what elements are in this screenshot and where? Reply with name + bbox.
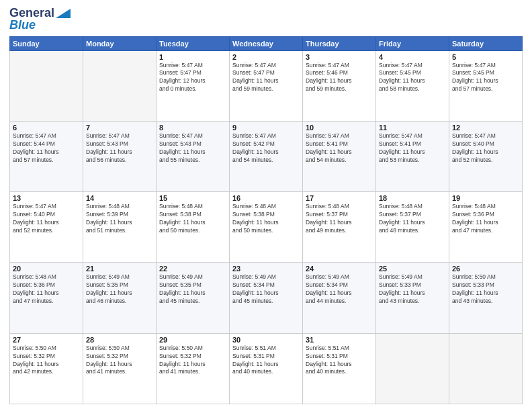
day-info: Sunrise: 5:47 AMSunset: 5:46 PMDaylight:… — [306, 62, 373, 94]
day-number: 11 — [379, 124, 446, 132]
calendar-week-row: 20Sunrise: 5:48 AMSunset: 5:36 PMDayligh… — [10, 263, 523, 333]
calendar-week-row: 13Sunrise: 5:47 AMSunset: 5:40 PMDayligh… — [10, 192, 523, 263]
calendar-cell: 14Sunrise: 5:48 AMSunset: 5:39 PMDayligh… — [83, 192, 157, 263]
day-number: 1 — [159, 53, 226, 61]
calendar-cell — [376, 333, 449, 404]
day-info: Sunrise: 5:49 AMSunset: 5:35 PMDaylight:… — [159, 273, 226, 306]
calendar-header-wednesday: Wednesday — [230, 36, 303, 50]
calendar-cell: 16Sunrise: 5:48 AMSunset: 5:38 PMDayligh… — [230, 192, 303, 263]
day-number: 23 — [232, 265, 300, 273]
day-info: Sunrise: 5:49 AMSunset: 5:33 PMDaylight:… — [379, 273, 446, 306]
day-number: 7 — [86, 124, 153, 132]
day-info: Sunrise: 5:49 AMSunset: 5:35 PMDaylight:… — [86, 273, 153, 306]
svg-marker-0 — [56, 9, 71, 18]
day-info: Sunrise: 5:50 AMSunset: 5:32 PMDaylight:… — [13, 345, 80, 377]
day-info: Sunrise: 5:47 AMSunset: 5:45 PMDaylight:… — [379, 62, 446, 94]
day-info: Sunrise: 5:47 AMSunset: 5:44 PMDaylight:… — [13, 132, 80, 165]
calendar-week-row: 6Sunrise: 5:47 AMSunset: 5:44 PMDaylight… — [10, 121, 523, 191]
day-number: 10 — [306, 124, 373, 132]
day-info: Sunrise: 5:48 AMSunset: 5:36 PMDaylight:… — [452, 203, 519, 235]
day-number: 4 — [379, 53, 446, 61]
calendar-header-tuesday: Tuesday — [157, 36, 230, 50]
day-number: 19 — [452, 194, 519, 202]
day-info: Sunrise: 5:47 AMSunset: 5:41 PMDaylight:… — [379, 132, 446, 165]
day-info: Sunrise: 5:47 AMSunset: 5:42 PMDaylight:… — [232, 132, 300, 165]
calendar-cell: 25Sunrise: 5:49 AMSunset: 5:33 PMDayligh… — [376, 263, 449, 333]
calendar-header-saturday: Saturday — [449, 36, 523, 50]
calendar-header-thursday: Thursday — [303, 36, 376, 50]
calendar-cell: 19Sunrise: 5:48 AMSunset: 5:36 PMDayligh… — [449, 192, 523, 263]
calendar-cell: 23Sunrise: 5:49 AMSunset: 5:34 PMDayligh… — [230, 263, 303, 333]
calendar-table: SundayMondayTuesdayWednesdayThursdayFrid… — [9, 36, 523, 404]
day-number: 26 — [452, 265, 519, 273]
calendar-cell: 26Sunrise: 5:50 AMSunset: 5:33 PMDayligh… — [449, 263, 523, 333]
calendar-cell: 3Sunrise: 5:47 AMSunset: 5:46 PMDaylight… — [303, 50, 376, 121]
calendar-week-row: 27Sunrise: 5:50 AMSunset: 5:32 PMDayligh… — [10, 333, 523, 404]
day-info: Sunrise: 5:50 AMSunset: 5:33 PMDaylight:… — [452, 273, 519, 306]
day-number: 20 — [13, 265, 80, 273]
calendar-week-row: 1Sunrise: 5:47 AMSunset: 5:47 PMDaylight… — [10, 50, 523, 121]
day-info: Sunrise: 5:50 AMSunset: 5:32 PMDaylight:… — [159, 345, 226, 377]
calendar-cell: 28Sunrise: 5:50 AMSunset: 5:32 PMDayligh… — [83, 333, 157, 404]
calendar-cell: 9Sunrise: 5:47 AMSunset: 5:42 PMDaylight… — [230, 121, 303, 191]
calendar-cell: 15Sunrise: 5:48 AMSunset: 5:38 PMDayligh… — [157, 192, 230, 263]
day-number: 2 — [232, 53, 300, 61]
calendar-cell: 22Sunrise: 5:49 AMSunset: 5:35 PMDayligh… — [157, 263, 230, 333]
day-info: Sunrise: 5:47 AMSunset: 5:41 PMDaylight:… — [306, 132, 373, 165]
day-number: 27 — [13, 336, 80, 344]
day-info: Sunrise: 5:48 AMSunset: 5:38 PMDaylight:… — [232, 203, 300, 235]
day-number: 17 — [306, 194, 373, 202]
day-number: 31 — [306, 336, 373, 344]
calendar-header-sunday: Sunday — [10, 36, 83, 50]
day-number: 21 — [86, 265, 153, 273]
day-info: Sunrise: 5:49 AMSunset: 5:34 PMDaylight:… — [232, 273, 300, 306]
day-info: Sunrise: 5:47 AMSunset: 5:40 PMDaylight:… — [452, 132, 519, 165]
day-info: Sunrise: 5:47 AMSunset: 5:45 PMDaylight:… — [452, 62, 519, 94]
day-number: 30 — [232, 336, 300, 344]
day-number: 24 — [306, 265, 373, 273]
day-info: Sunrise: 5:48 AMSunset: 5:37 PMDaylight:… — [306, 203, 373, 235]
day-info: Sunrise: 5:48 AMSunset: 5:37 PMDaylight:… — [379, 203, 446, 235]
calendar-cell: 29Sunrise: 5:50 AMSunset: 5:32 PMDayligh… — [157, 333, 230, 404]
calendar-cell: 4Sunrise: 5:47 AMSunset: 5:45 PMDaylight… — [376, 50, 449, 121]
day-info: Sunrise: 5:51 AMSunset: 5:31 PMDaylight:… — [232, 345, 300, 377]
calendar-cell: 21Sunrise: 5:49 AMSunset: 5:35 PMDayligh… — [83, 263, 157, 333]
day-info: Sunrise: 5:47 AMSunset: 5:40 PMDaylight:… — [13, 203, 80, 235]
day-info: Sunrise: 5:51 AMSunset: 5:31 PMDaylight:… — [306, 345, 373, 377]
calendar-cell: 7Sunrise: 5:47 AMSunset: 5:43 PMDaylight… — [83, 121, 157, 191]
day-info: Sunrise: 5:50 AMSunset: 5:32 PMDaylight:… — [86, 345, 153, 377]
day-number: 9 — [232, 124, 300, 132]
calendar-cell: 24Sunrise: 5:49 AMSunset: 5:34 PMDayligh… — [303, 263, 376, 333]
calendar-cell: 18Sunrise: 5:48 AMSunset: 5:37 PMDayligh… — [376, 192, 449, 263]
logo-icon — [56, 6, 71, 18]
day-number: 12 — [452, 124, 519, 132]
calendar-cell: 1Sunrise: 5:47 AMSunset: 5:47 PMDaylight… — [157, 50, 230, 121]
day-number: 5 — [452, 53, 519, 61]
day-number: 14 — [86, 194, 153, 202]
day-info: Sunrise: 5:47 AMSunset: 5:47 PMDaylight:… — [159, 62, 226, 94]
calendar-cell: 8Sunrise: 5:47 AMSunset: 5:43 PMDaylight… — [157, 121, 230, 191]
day-number: 18 — [379, 194, 446, 202]
calendar-cell: 31Sunrise: 5:51 AMSunset: 5:31 PMDayligh… — [303, 333, 376, 404]
day-number: 13 — [13, 194, 80, 202]
day-number: 8 — [159, 124, 226, 132]
calendar-cell: 2Sunrise: 5:47 AMSunset: 5:47 PMDaylight… — [230, 50, 303, 121]
calendar-cell — [83, 50, 157, 121]
calendar-cell: 30Sunrise: 5:51 AMSunset: 5:31 PMDayligh… — [230, 333, 303, 404]
calendar-cell: 27Sunrise: 5:50 AMSunset: 5:32 PMDayligh… — [10, 333, 83, 404]
day-number: 3 — [306, 53, 373, 61]
calendar-cell: 17Sunrise: 5:48 AMSunset: 5:37 PMDayligh… — [303, 192, 376, 263]
calendar-cell: 6Sunrise: 5:47 AMSunset: 5:44 PMDaylight… — [10, 121, 83, 191]
calendar-cell: 11Sunrise: 5:47 AMSunset: 5:41 PMDayligh… — [376, 121, 449, 191]
calendar-header-friday: Friday — [376, 36, 449, 50]
header: General Blue — [9, 7, 523, 32]
day-info: Sunrise: 5:47 AMSunset: 5:43 PMDaylight:… — [86, 132, 153, 165]
day-info: Sunrise: 5:48 AMSunset: 5:36 PMDaylight:… — [13, 273, 80, 306]
logo: General Blue — [9, 7, 71, 32]
day-info: Sunrise: 5:47 AMSunset: 5:47 PMDaylight:… — [232, 62, 300, 94]
day-info: Sunrise: 5:47 AMSunset: 5:43 PMDaylight:… — [159, 132, 226, 165]
day-info: Sunrise: 5:48 AMSunset: 5:39 PMDaylight:… — [86, 203, 153, 235]
calendar-cell: 12Sunrise: 5:47 AMSunset: 5:40 PMDayligh… — [449, 121, 523, 191]
day-number: 22 — [159, 265, 226, 273]
day-number: 28 — [86, 336, 153, 344]
